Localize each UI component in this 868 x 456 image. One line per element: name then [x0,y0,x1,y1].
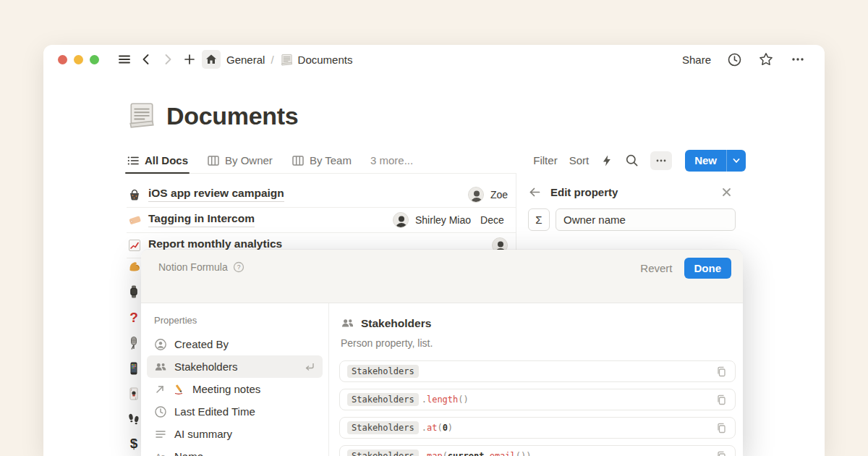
search-icon[interactable] [625,153,639,167]
detail-title: Stakeholders [361,317,431,330]
formula-example[interactable]: Stakeholders.map(current.email()) [339,445,736,456]
tab-label: By Owner [225,154,273,166]
formula-modal: Notion Formula ? Revert Done Properties … [141,250,743,456]
property-label: AI summary [174,428,232,440]
revert-button[interactable]: Revert [640,262,672,274]
back-arrow-icon[interactable] [528,185,542,199]
home-icon[interactable] [202,50,221,69]
breadcrumb-section[interactable]: General [226,54,265,66]
row-title[interactable]: iOS app review campaign [148,187,284,202]
window-chrome: General / Documents Share [43,45,825,74]
property-label: Name [174,450,203,456]
documents-table: iOS app review campaign Zoe Tagging in I… [127,182,516,258]
lightning-icon[interactable] [600,154,613,167]
formula-example[interactable]: Stakeholders.at(0) [339,417,736,439]
forward-icon[interactable] [158,50,177,69]
row-title[interactable]: Tagging in Intercom [148,212,255,227]
new-button-label: New [685,150,726,172]
svg-text:?: ? [237,263,240,271]
code-segment: map [427,451,443,456]
lines-icon [154,428,167,441]
code-segment: Stakeholders [347,449,419,456]
formula-example[interactable]: Stakeholders.length() [339,389,736,410]
property-item-last-edited-time[interactable]: Last Edited Time [147,400,323,423]
ellipsis-icon[interactable] [790,51,806,67]
tab-by-owner[interactable]: By Owner [207,148,273,173]
arrow-up-right-icon [154,384,166,395]
dollar-icon: $ [125,436,142,452]
properties-heading: Properties [154,315,315,326]
property-item-meeting-notes[interactable]: Meeting notes [147,378,323,400]
tab-more-views[interactable]: 3 more... [370,148,413,173]
muscle-icon [125,258,142,274]
page-icon-document[interactable] [127,100,157,130]
code-segment: () [458,394,468,405]
formula-sigma-button[interactable]: Σ [528,208,550,231]
question-mark-icon: ? [125,310,142,326]
panel-title: Edit property [550,186,712,198]
board-view-icon [207,154,220,167]
property-item-name[interactable]: Aa Name [147,445,323,456]
property-label: Created By [174,338,229,350]
page-title[interactable]: Documents [166,102,298,130]
zoom-window-button[interactable] [90,55,99,64]
row-date: Dece [480,214,504,226]
aa-text-icon: Aa [154,450,167,456]
people-icon [341,316,354,330]
property-item-created-by[interactable]: Created By [147,333,323,355]
tab-by-team[interactable]: By Team [292,148,352,173]
return-key-icon [303,360,315,373]
basket-icon [127,187,142,202]
copy-icon[interactable] [715,422,728,434]
view-options-button[interactable] [650,151,672,170]
tab-all-docs[interactable]: All Docs [127,148,188,173]
table-row[interactable]: Tagging in Intercom Shirley Miao Dece [127,208,516,233]
close-window-button[interactable] [58,55,67,64]
table-row[interactable]: iOS app review campaign Zoe [127,182,516,208]
done-button[interactable]: Done [684,258,732,279]
watch-icon [125,284,142,300]
avatar[interactable] [468,187,484,203]
property-name-input[interactable] [556,208,736,231]
back-icon[interactable] [137,50,156,69]
chevron-down-icon[interactable] [727,150,746,172]
property-label: Meeting notes [192,383,260,395]
formula-example[interactable]: Stakeholders [339,360,736,382]
person-name: Shirley Miao [415,214,471,226]
pen-icon [173,383,185,395]
new-button[interactable]: New [685,150,746,172]
new-tab-icon[interactable] [180,50,199,69]
formula-editor-area[interactable]: Notion Formula ? Revert Done [141,250,743,303]
svg-text:Aa: Aa [156,452,166,456]
copy-icon[interactable] [715,450,728,456]
clock-icon[interactable] [727,52,742,67]
sort-button[interactable]: Sort [569,154,590,166]
help-icon[interactable]: ? [233,261,244,273]
tab-label: By Team [310,154,352,166]
properties-sidebar: Properties Created By Stakeholders [141,303,329,456]
avatar[interactable] [393,212,409,228]
close-icon[interactable] [720,186,733,198]
property-item-stakeholders[interactable]: Stakeholders [147,355,323,378]
share-button[interactable]: Share [682,54,711,66]
minimize-window-button[interactable] [74,55,83,64]
filter-button[interactable]: Filter [533,154,557,166]
code-segment: at [427,423,437,433]
copy-icon[interactable] [715,394,728,406]
copy-icon[interactable] [715,366,728,378]
star-icon[interactable] [758,51,774,67]
code-segment: . [422,423,427,433]
code-segment: Stakeholders [347,393,419,406]
property-item-ai-summary[interactable]: AI summary [147,423,323,445]
board-view-icon [292,154,305,167]
view-tabs: All Docs By Owner By Team 3 more... [127,148,413,173]
breadcrumb-page[interactable]: Documents [298,54,353,66]
code-segment: email [490,451,516,456]
menu-icon[interactable] [115,50,134,69]
code-segment: current [448,451,485,456]
svg-text:J: J [130,388,132,391]
detail-description: Person property, list. [341,337,736,349]
code-segment: ) [448,423,453,433]
property-label: Last Edited Time [174,405,255,418]
app-window: General / Documents Share Documents [43,45,825,456]
